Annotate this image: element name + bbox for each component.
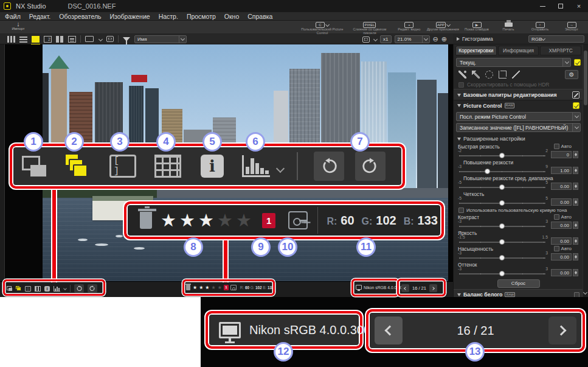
white-balance-header[interactable]: Баланс белого RAW [454,289,583,297]
second-monitor-icon[interactable] [85,36,94,42]
custom-tone-curve-checkbox[interactable] [458,208,464,213]
minimize-button[interactable] [533,0,552,12]
straighten-icon[interactable] [512,71,520,79]
menu-item[interactable]: Настр. [159,13,178,20]
custom-picture-control-button[interactable]: C Пользовательский Picture Control [300,21,344,35]
print-button[interactable]: Печать [494,21,522,35]
list-view-icon[interactable] [19,36,27,43]
panel-scrollbar[interactable] [583,44,588,297]
retouch-brush-icon[interactable] [458,71,466,79]
value-stepper[interactable] [573,198,578,206]
value-stepper[interactable] [573,183,578,190]
maximize-button[interactable] [552,0,570,12]
selection-icon[interactable] [485,71,493,79]
slider-track[interactable] [459,203,545,204]
slider-track[interactable] [459,187,545,188]
slider-thumb[interactable] [499,239,505,245]
chevron-down-icon[interactable] [373,37,378,41]
slider-track[interactable] [459,242,545,243]
auto-checkbox[interactable] [554,214,559,220]
slider-track[interactable] [459,257,545,259]
thumbnail-strip-view-icon[interactable] [56,36,64,43]
slider-value[interactable]: 0.00 [551,198,572,206]
slider-track[interactable] [459,226,545,227]
menu-item[interactable]: Окно [224,13,239,20]
advanced-settings-header[interactable]: Расширенные настройки [454,134,583,143]
hdr-checkbox[interactable] [458,82,464,88]
slider-value[interactable]: 0.00 [551,269,572,276]
panel-tab[interactable]: XMP/IPTC [540,46,581,55]
chevron-down-icon[interactable] [99,37,103,41]
gear-icon[interactable]: ⚙ [565,70,578,79]
slider-value[interactable]: 0 [551,151,572,158]
import-button[interactable]: ↓ Импорт [6,21,30,31]
zoom-percent-dropdown[interactable]: 21.0% [395,35,430,43]
sort-dropdown[interactable]: Имя [134,35,187,43]
auto-checkbox[interactable] [554,144,559,149]
value-stepper[interactable] [573,269,578,276]
other-apps-button[interactable]: APP Другие приложения [427,21,459,35]
slider-value[interactable]: 0.00 [551,222,572,229]
value-stepper[interactable] [573,237,578,245]
menu-item[interactable]: Просмотр [187,13,216,20]
histogram-channel-dropdown[interactable]: RGB [528,35,584,43]
slider-thumb[interactable] [499,153,505,158]
panel-tab[interactable]: Корректировки [455,46,497,55]
pixel-shift-merge-button[interactable]: PIXEL Слияние со сдвигом пикселя [348,21,392,35]
white-balance-checkbox[interactable] [574,292,579,298]
compare-view-icon[interactable]: 2 [44,36,52,43]
panel-tab[interactable]: Информация [498,46,539,55]
slider-track[interactable] [459,171,545,172]
send-button[interactable]: ↑ Отправить [526,21,554,35]
pencil-icon[interactable] [472,71,480,79]
scrollbar-thumb[interactable] [584,51,587,105]
slider-thumb[interactable] [499,255,505,260]
grid-view-icon[interactable] [7,36,15,43]
slideshow-button[interactable]: ▶ Показ слайдов [463,21,491,35]
fullscreen-icon[interactable] [106,36,114,42]
close-button[interactable]: × [570,0,588,12]
export-button[interactable]: → Экспорт [558,21,586,35]
value-stepper[interactable] [573,253,578,260]
single-view-icon[interactable] [32,36,40,43]
menu-item[interactable]: Обозреватель [59,13,101,20]
filmstrip-view-icon[interactable] [68,36,76,43]
reset-button[interactable]: Сброс [497,279,540,288]
zoom-in-icon[interactable]: ⊕ [441,35,447,43]
slider-value[interactable]: 1.00 [551,167,572,174]
version-dropdown[interactable]: Текущ. [456,58,571,67]
menu-item[interactable]: Изображение [109,13,150,20]
value-stepper[interactable] [573,151,578,158]
auto-checkbox[interactable] [554,246,559,251]
slider-thumb[interactable] [499,271,505,276]
filter-icon[interactable] [123,37,130,41]
slider-value[interactable]: 0.00 [551,253,572,260]
picture-control-value-dropdown[interactable]: Записанное значение ([FL] РАВНОМЕРНЫЙ) [456,123,581,132]
scroll-down-arrow[interactable] [583,290,588,296]
picture-control-header[interactable]: Picture Control RAW [454,100,583,110]
collapse-triangle-icon[interactable] [457,37,460,41]
zoom-ratio-button[interactable]: x1 [380,35,391,43]
slider-track[interactable] [459,273,545,274]
value-stepper[interactable] [573,222,578,229]
picture-control-mode-dropdown[interactable]: Посл. режим Picture Control [456,112,581,121]
menu-item[interactable]: Файл [5,13,21,20]
slider-thumb[interactable] [485,169,490,174]
crop-icon[interactable] [499,71,507,79]
slider-thumb[interactable] [499,184,505,190]
menu-item[interactable]: Редакт. [29,13,50,20]
slider-value[interactable]: 0.00 [551,183,572,190]
picture-control-checkbox[interactable] [573,102,579,109]
value-stepper[interactable] [573,167,578,174]
video-edit-button[interactable]: + Редакт. видео [395,21,423,35]
zoom-out-icon[interactable]: ⊖ [433,35,438,43]
slider-thumb[interactable] [499,200,505,206]
adjustments-enabled-checkbox[interactable] [574,59,581,66]
menu-item[interactable]: Справка [247,13,272,20]
filmstrip-collapsed-bar[interactable] [0,44,5,281]
slider-value[interactable]: 0.00 [551,237,572,245]
fit-to-screen-icon[interactable] [362,37,370,43]
base-palettes-header[interactable]: Базовые палитры редактирования [454,89,583,100]
edit-palette-icon[interactable] [572,91,579,99]
slider-thumb[interactable] [499,223,505,229]
